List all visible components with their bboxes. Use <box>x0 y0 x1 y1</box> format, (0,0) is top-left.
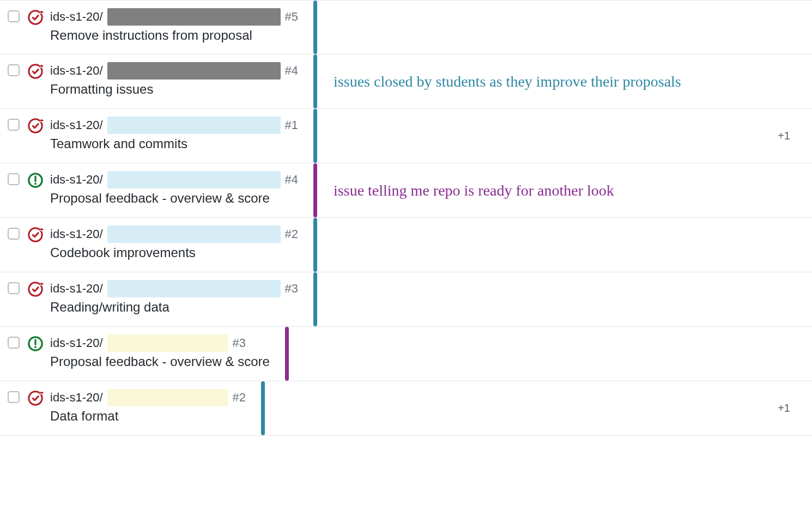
checkbox-wrap <box>5 334 27 352</box>
issue-number: #4 <box>285 173 298 187</box>
repo-prefix: ids-s1-20/ <box>50 282 103 296</box>
repo-prefix: ids-s1-20/ <box>50 118 103 132</box>
issue-row[interactable]: ids-s1-20/#1Teamwork and commits+1 <box>0 109 812 163</box>
assignee-overflow-count[interactable]: +1 <box>778 130 807 142</box>
issue-main: ids-s1-20/#4Formatting issues <box>50 62 298 97</box>
repo-prefix: ids-s1-20/ <box>50 10 103 24</box>
issue-row[interactable]: ids-s1-20/#5Remove instructions from pro… <box>0 0 812 54</box>
issue-repo-line: ids-s1-20/#1 <box>50 117 298 134</box>
checkbox-wrap <box>5 389 27 406</box>
issue-row[interactable]: ids-s1-20/#3Reading/writing data <box>0 272 812 327</box>
select-checkbox[interactable] <box>8 10 20 22</box>
redacted-repo-name <box>107 117 281 134</box>
marker-closed <box>313 218 317 272</box>
issue-row[interactable]: ids-s1-20/#4Formatting issuesissues clos… <box>0 54 812 109</box>
issue-repo-line: ids-s1-20/#5 <box>50 8 298 26</box>
issue-row[interactable]: ids-s1-20/#2Codebook improvements <box>0 218 812 272</box>
annotation-closed: issues closed by students as they improv… <box>334 71 681 92</box>
issue-repo-line: ids-s1-20/#2 <box>50 226 298 243</box>
issue-open-icon <box>27 172 44 188</box>
assignee-overflow-count[interactable]: +1 <box>778 402 807 415</box>
select-checkbox[interactable] <box>8 228 20 240</box>
checkbox-wrap <box>5 171 27 188</box>
issue-main: ids-s1-20/#1Teamwork and commits <box>50 117 298 151</box>
repo-prefix: ids-s1-20/ <box>50 173 103 187</box>
issue-number: #2 <box>285 227 298 241</box>
issue-row[interactable]: ids-s1-20/#3Proposal feedback - overview… <box>0 327 812 381</box>
issue-closed-icon <box>27 63 44 80</box>
issue-closed-icon <box>27 118 44 134</box>
issue-closed-icon <box>27 281 44 297</box>
svg-point-8 <box>34 182 37 185</box>
issue-repo-line: ids-s1-20/#3 <box>50 334 270 352</box>
issue-row[interactable]: ids-s1-20/#4Proposal feedback - overview… <box>0 163 812 218</box>
issue-main: ids-s1-20/#4Proposal feedback - overview… <box>50 171 298 206</box>
marker-closed <box>313 272 317 326</box>
checkbox-wrap <box>5 280 27 297</box>
marker-closed <box>313 54 317 108</box>
row-right: +1 <box>298 117 807 155</box>
select-checkbox[interactable] <box>8 119 20 131</box>
issue-title[interactable]: Remove instructions from proposal <box>50 28 298 43</box>
checkbox-wrap <box>5 8 27 26</box>
marker-closed <box>261 381 265 435</box>
issue-list: ids-s1-20/#5Remove instructions from pro… <box>0 0 812 436</box>
redacted-repo-name <box>107 62 281 80</box>
issue-number: #5 <box>285 10 298 24</box>
issue-title[interactable]: Proposal feedback - overview & score <box>50 191 298 206</box>
checkbox-wrap <box>5 226 27 243</box>
issue-main: ids-s1-20/#3Reading/writing data <box>50 280 298 315</box>
issue-title[interactable]: Codebook improvements <box>50 245 298 260</box>
issue-number: #4 <box>285 64 298 78</box>
issue-number: #3 <box>285 282 298 296</box>
redacted-repo-name <box>107 171 281 188</box>
issue-closed-icon <box>27 227 44 243</box>
checkbox-wrap <box>5 62 27 80</box>
issue-row[interactable]: ids-s1-20/#2Data format+1 <box>0 381 812 436</box>
row-right <box>270 334 807 373</box>
row-right <box>298 226 807 264</box>
select-checkbox[interactable] <box>8 337 20 349</box>
issue-main: ids-s1-20/#3Proposal feedback - overview… <box>50 334 270 369</box>
marker-open <box>285 327 289 381</box>
svg-point-15 <box>34 346 37 348</box>
select-checkbox[interactable] <box>8 391 20 403</box>
row-right: issue telling me repo is ready for anoth… <box>298 171 807 210</box>
issue-open-icon <box>27 336 44 352</box>
issue-repo-line: ids-s1-20/#4 <box>50 171 298 188</box>
issue-main: ids-s1-20/#2Data format <box>50 389 246 424</box>
marker-closed <box>313 1 317 54</box>
issue-main: ids-s1-20/#2Codebook improvements <box>50 226 298 260</box>
select-checkbox[interactable] <box>8 173 20 185</box>
redacted-repo-name <box>107 389 228 406</box>
checkbox-wrap <box>5 117 27 134</box>
issue-closed-icon <box>27 390 44 406</box>
issue-number: #2 <box>233 391 246 405</box>
repo-prefix: ids-s1-20/ <box>50 227 103 241</box>
issue-repo-line: ids-s1-20/#3 <box>50 280 298 297</box>
redacted-repo-name <box>107 280 281 297</box>
issue-number: #1 <box>285 118 298 132</box>
marker-closed <box>313 109 317 163</box>
issue-repo-line: ids-s1-20/#4 <box>50 62 298 80</box>
repo-prefix: ids-s1-20/ <box>50 391 103 405</box>
issue-title[interactable]: Formatting issues <box>50 82 298 97</box>
issue-number: #3 <box>233 336 246 350</box>
repo-prefix: ids-s1-20/ <box>50 64 103 78</box>
marker-open <box>313 163 317 217</box>
row-right: issues closed by students as they improv… <box>298 62 807 101</box>
issue-title[interactable]: Proposal feedback - overview & score <box>50 354 270 369</box>
annotation-open: issue telling me repo is ready for anoth… <box>334 180 614 201</box>
issue-title[interactable]: Data format <box>50 409 246 424</box>
issue-main: ids-s1-20/#5Remove instructions from pro… <box>50 8 298 43</box>
repo-prefix: ids-s1-20/ <box>50 336 103 350</box>
issue-repo-line: ids-s1-20/#2 <box>50 389 246 406</box>
select-checkbox[interactable] <box>8 282 20 294</box>
issue-title[interactable]: Teamwork and commits <box>50 136 298 151</box>
row-right: +1 <box>246 389 807 428</box>
redacted-repo-name <box>107 334 228 352</box>
issue-title[interactable]: Reading/writing data <box>50 300 298 315</box>
redacted-repo-name <box>107 8 281 26</box>
redacted-repo-name <box>107 226 281 243</box>
select-checkbox[interactable] <box>8 64 20 76</box>
